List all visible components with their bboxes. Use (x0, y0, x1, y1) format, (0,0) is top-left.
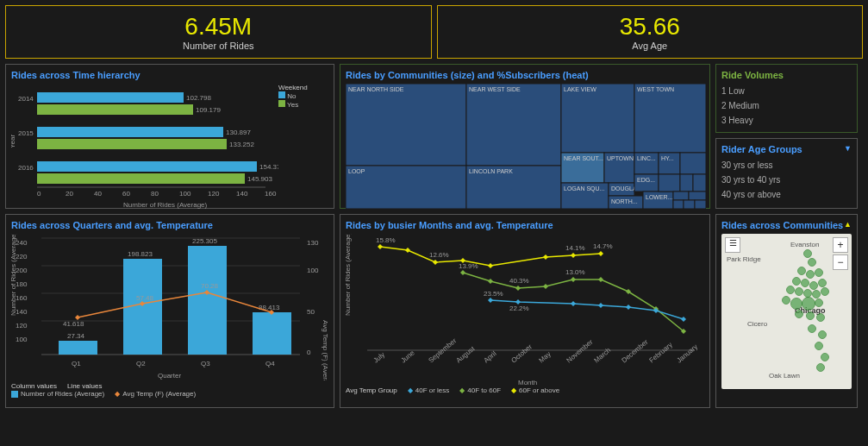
list-item[interactable]: 30 yrs to 40 yrs (721, 173, 852, 187)
svg-text:NEAR NORTH SIDE: NEAR NORTH SIDE (348, 86, 404, 92)
filter-icon[interactable]: ▼ (844, 144, 852, 153)
svg-rect-14 (37, 173, 245, 184)
ride-volumes-panel: Ride Volumes 1 Low 2 Medium 3 Heavy (715, 64, 858, 133)
svg-text:198.823: 198.823 (128, 250, 153, 258)
svg-text:2014: 2014 (18, 95, 34, 103)
svg-text:225.305: 225.305 (192, 237, 217, 245)
svg-text:Q1: Q1 (72, 360, 81, 367)
svg-text:160: 160 (265, 190, 277, 198)
kpi-age-value: 35.66 (445, 13, 856, 41)
svg-text:27.34: 27.34 (67, 332, 85, 340)
svg-text:NEAR SOUT...: NEAR SOUT... (564, 155, 603, 161)
map-panel: Rides across Communities▲ ☰ + − Evanston… (715, 214, 858, 408)
svg-text:July: July (372, 350, 387, 364)
time-hierarchy-title: Rides across Time hierarchy (11, 70, 328, 80)
svg-rect-89 (253, 312, 291, 355)
kpi-rides-value: 6.45M (13, 13, 424, 41)
svg-text:LOGAN SQU...: LOGAN SQU... (564, 185, 605, 192)
svg-text:Quarter: Quarter (158, 372, 181, 380)
svg-text:40.3%: 40.3% (509, 277, 529, 285)
quarters-title: Rides across Quarters and avg. Temperatu… (11, 220, 328, 230)
svg-text:13.9%: 13.9% (459, 262, 478, 270)
svg-text:14.1%: 14.1% (565, 244, 585, 252)
list-item[interactable]: 30 yrs or less (721, 158, 852, 173)
zoom-out-button[interactable]: − (833, 254, 848, 270)
treemap-panel: Rides by Communities (size) and %Subscri… (340, 64, 710, 209)
svg-text:57.48: 57.48 (136, 294, 154, 302)
svg-text:EDG...: EDG... (637, 177, 655, 183)
svg-text:140: 140 (236, 190, 248, 198)
zoom-in-button[interactable]: + (833, 237, 848, 253)
svg-text:2016: 2016 (18, 164, 34, 172)
svg-text:40: 40 (94, 190, 102, 198)
svg-text:LOOP: LOOP (348, 168, 365, 174)
time-hierarchy-chart[interactable]: Year 2014 102.798 109.179 2015 130.897 1… (11, 84, 278, 209)
svg-text:100: 100 (307, 267, 319, 274)
treemap-chart[interactable]: NEAR NORTH SIDE NEAR WEST SIDE LAKE VIEW… (346, 84, 706, 209)
age-groups-panel: Rider Age Groups▼ 30 yrs or less 30 yrs … (715, 138, 858, 209)
list-item[interactable]: 3 Heavy (721, 113, 852, 128)
map-title: Rides across Communities▲ (721, 220, 852, 230)
svg-rect-29 (466, 84, 561, 166)
svg-text:April: April (483, 349, 498, 364)
svg-text:November: November (565, 338, 595, 365)
kpi-age: 35.66 Avg Age (437, 5, 864, 59)
svg-text:145.903: 145.903 (247, 175, 272, 183)
svg-rect-47 (680, 153, 706, 174)
svg-rect-33 (634, 84, 706, 153)
svg-text:0: 0 (37, 190, 41, 198)
quarters-legend-items: Number of Rides (Average) ◆Avg Temp (F) … (11, 390, 328, 398)
ride-volumes-title: Ride Volumes (721, 70, 852, 80)
svg-text:20: 20 (66, 190, 73, 198)
svg-text:102.798: 102.798 (186, 94, 211, 102)
quarters-panel: Rides across Quarters and avg. Temperatu… (5, 214, 334, 408)
kpi-age-label: Avg Age (445, 41, 856, 51)
svg-rect-27 (346, 84, 466, 166)
svg-text:May: May (538, 350, 553, 365)
svg-text:NORTH...: NORTH... (611, 198, 638, 204)
svg-text:0: 0 (307, 349, 311, 356)
svg-text:70.28: 70.28 (201, 282, 219, 290)
svg-text:Month: Month (518, 379, 537, 385)
months-title: Rides by busier Months and avg. Temperat… (346, 220, 704, 230)
svg-text:UPTOWN: UPTOWN (607, 155, 634, 161)
months-legend: Avg Temp Group ◆40F or less ◆40F to 60F … (346, 386, 704, 394)
svg-text:130: 130 (307, 239, 319, 247)
svg-text:23.5%: 23.5% (484, 290, 503, 298)
list-item[interactable]: 2 Medium (721, 98, 852, 113)
svg-text:October: October (510, 342, 534, 364)
svg-text:60: 60 (122, 190, 130, 198)
svg-text:December: December (621, 338, 650, 365)
months-chart[interactable]: 15.8%12.6%14.1%14.7% 13.9%40.3%13.0% 23.… (346, 234, 706, 385)
svg-text:LINCOLN PARK: LINCOLN PARK (469, 168, 513, 174)
kpi-rides: 6.45M Number of Rides (5, 5, 432, 59)
svg-text:2015: 2015 (18, 129, 34, 137)
svg-text:WEST TOWN: WEST TOWN (637, 86, 674, 92)
svg-rect-83 (59, 341, 97, 355)
svg-text:130.897: 130.897 (226, 129, 251, 136)
svg-text:200: 200 (16, 267, 28, 274)
svg-text:41.618: 41.618 (63, 320, 84, 328)
svg-rect-65 (695, 200, 706, 209)
map[interactable]: ☰ + − Evanston Park Ridge Chicago Cicero… (721, 234, 852, 389)
svg-text:140: 140 (16, 308, 28, 316)
svg-text:220: 220 (16, 253, 28, 261)
svg-text:13.0%: 13.0% (565, 268, 585, 276)
svg-text:HY...: HY... (661, 155, 674, 161)
layers-icon[interactable]: ☰ (725, 237, 740, 253)
quarters-chart[interactable]: 240220200180160140120100 130100500 27.34… (11, 234, 330, 380)
svg-text:88.413: 88.413 (259, 304, 280, 311)
months-panel: Rides by busier Months and avg. Temperat… (340, 214, 710, 408)
svg-rect-60 (693, 174, 706, 192)
time-hierarchy-panel: Rides across Time hierarchy Year 2014 10… (5, 64, 334, 209)
svg-text:240: 240 (16, 239, 28, 247)
svg-text:100: 100 (16, 336, 28, 343)
svg-text:February: February (648, 341, 674, 364)
svg-text:LOWER...: LOWER... (646, 194, 673, 200)
svg-text:Avg Temp (F) (Average): Avg Temp (F) (Average) (322, 320, 329, 380)
svg-rect-12 (37, 161, 257, 172)
sort-icon[interactable]: ▲ (844, 220, 852, 229)
list-item[interactable]: 1 Low (721, 84, 852, 98)
list-item[interactable]: 40 yrs or above (721, 187, 852, 202)
svg-rect-9 (37, 139, 227, 149)
